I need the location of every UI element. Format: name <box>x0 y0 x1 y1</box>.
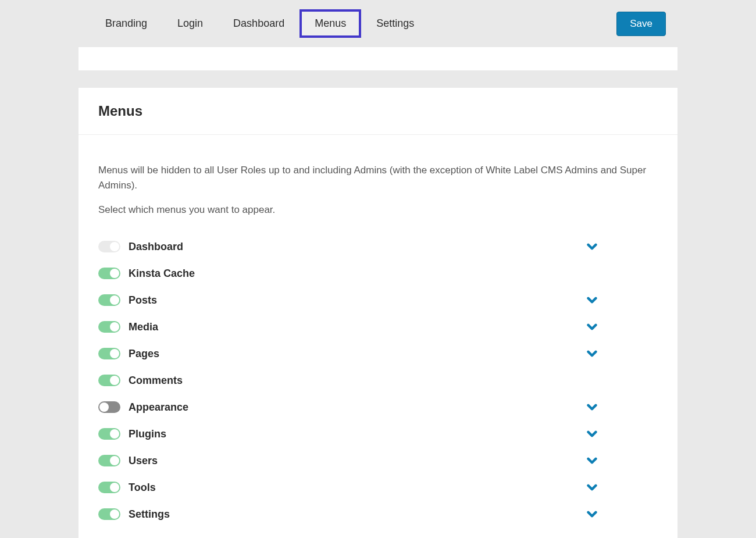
menu-label: Comments <box>129 375 183 387</box>
menu-row-settings: Settings <box>98 501 658 528</box>
tab-list: BrandingLoginDashboardMenusSettings <box>90 9 429 38</box>
chevron-down-icon[interactable] <box>584 400 600 415</box>
menu-label: Plugins <box>129 428 166 440</box>
toggle-pages[interactable] <box>98 348 120 359</box>
menu-label: Users <box>129 455 158 467</box>
chevron-down-icon[interactable] <box>584 319 600 334</box>
menu-list: DashboardKinsta CachePostsMediaPagesComm… <box>98 233 658 528</box>
menu-row-comments: Comments <box>98 367 658 394</box>
menus-panel: Menus Menus will be hidden to all User R… <box>79 88 677 538</box>
chevron-down-icon[interactable] <box>584 426 600 441</box>
menu-row-plugins: Plugins <box>98 421 658 447</box>
chevron-down-icon[interactable] <box>584 480 600 495</box>
menu-label: Tools <box>129 482 156 494</box>
toggle-tools[interactable] <box>98 482 120 493</box>
panel-description: Menus will be hidden to all User Roles u… <box>98 163 658 193</box>
menu-row-dashboard: Dashboard <box>98 233 658 260</box>
tab-branding[interactable]: Branding <box>90 9 162 38</box>
tab-settings[interactable]: Settings <box>361 9 429 38</box>
toggle-comments[interactable] <box>98 375 120 386</box>
panel-title: Menus <box>98 103 658 119</box>
toggle-settings[interactable] <box>98 508 120 520</box>
toggle-dashboard[interactable] <box>98 241 120 252</box>
panel-body: Menus will be hidden to all User Roles u… <box>79 135 677 538</box>
menu-row-users: Users <box>98 447 658 474</box>
tab-dashboard[interactable]: Dashboard <box>218 9 299 38</box>
panel-instruction: Select which menus you want to appear. <box>98 204 658 216</box>
save-button[interactable]: Save <box>616 12 666 36</box>
menu-row-tools: Tools <box>98 474 658 501</box>
chevron-down-icon[interactable] <box>584 507 600 522</box>
menu-row-posts: Posts <box>98 287 658 313</box>
menu-label: Dashboard <box>129 241 183 253</box>
chevron-down-icon[interactable] <box>584 293 600 308</box>
toggle-users[interactable] <box>98 455 120 466</box>
menu-row-pages: Pages <box>98 340 658 367</box>
menu-label: Pages <box>129 348 159 360</box>
toggle-appearance[interactable] <box>98 401 120 413</box>
top-bar: BrandingLoginDashboardMenusSettings Save <box>79 0 677 44</box>
previous-panel-stub <box>79 47 677 70</box>
chevron-down-icon[interactable] <box>584 453 600 468</box>
toggle-posts[interactable] <box>98 294 120 306</box>
panel-header: Menus <box>79 88 677 135</box>
menu-row-kinsta-cache: Kinsta Cache <box>98 260 658 287</box>
menu-label: Settings <box>129 508 170 521</box>
toggle-plugins[interactable] <box>98 428 120 440</box>
menu-label: Kinsta Cache <box>129 268 195 280</box>
toggle-media[interactable] <box>98 321 120 333</box>
menu-label: Posts <box>129 294 157 307</box>
menu-row-media: Media <box>98 313 658 340</box>
toggle-kinsta-cache[interactable] <box>98 268 120 279</box>
tab-login[interactable]: Login <box>162 9 218 38</box>
tab-menus[interactable]: Menus <box>299 9 361 38</box>
menu-label: Appearance <box>129 401 188 414</box>
menu-label: Media <box>129 321 158 333</box>
menu-row-appearance: Appearance <box>98 394 658 421</box>
chevron-down-icon[interactable] <box>584 239 600 254</box>
chevron-down-icon[interactable] <box>584 346 600 361</box>
